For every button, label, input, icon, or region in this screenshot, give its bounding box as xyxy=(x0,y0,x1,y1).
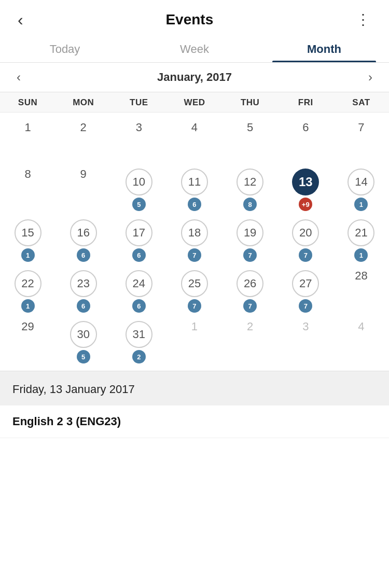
event-badge: 6 xyxy=(77,299,90,313)
calendar-day-13[interactable]: 13+9 xyxy=(278,163,334,214)
event-badge: 6 xyxy=(77,248,90,262)
calendar-day-19[interactable]: 197 xyxy=(223,214,278,265)
event-badge: 7 xyxy=(243,248,257,262)
calendar-day-18[interactable]: 187 xyxy=(166,214,222,265)
calendar-day-4[interactable]: 4 xyxy=(166,117,222,163)
event-badge: 1 xyxy=(354,248,368,262)
more-button[interactable]: ⋮ xyxy=(351,10,377,29)
event-badge: 5 xyxy=(77,350,90,363)
day-header-wed: WED xyxy=(166,97,222,108)
month-nav: ‹ January, 2017 › xyxy=(0,63,389,92)
calendar-day-16[interactable]: 166 xyxy=(55,214,111,265)
calendar-day-3[interactable]: 3 xyxy=(111,117,166,163)
calendar-day-24[interactable]: 246 xyxy=(111,265,166,316)
event-badge: 1 xyxy=(21,299,35,313)
calendar-day-2[interactable]: 2 xyxy=(55,117,111,163)
event-badge: 5 xyxy=(132,198,146,211)
calendar-day-29[interactable]: 29 xyxy=(0,316,55,367)
page-title: Events xyxy=(165,11,213,28)
calendar-day-5[interactable]: 5 xyxy=(223,117,278,163)
calendar-day-34[interactable]: 3 xyxy=(278,316,334,367)
event-badge: 6 xyxy=(188,198,201,211)
tab-today[interactable]: Today xyxy=(0,35,130,62)
calendar-day-32[interactable]: 1 xyxy=(166,316,222,367)
calendar-day-25[interactable]: 257 xyxy=(166,265,222,316)
event-badge: +9 xyxy=(299,198,312,211)
calendar-day-30[interactable]: 305 xyxy=(55,316,111,367)
event-badge: 2 xyxy=(132,350,146,363)
event-item[interactable]: English 2 3 (ENG23) xyxy=(0,405,389,438)
calendar-day-9[interactable]: 9 xyxy=(55,163,111,214)
back-button[interactable]: ‹ xyxy=(12,9,29,30)
app-header: ‹ Events ⋮ xyxy=(0,0,389,35)
calendar-day-12[interactable]: 128 xyxy=(223,163,278,214)
calendar-day-23[interactable]: 236 xyxy=(55,265,111,316)
calendar-day-14[interactable]: 141 xyxy=(334,163,389,214)
calendar-day-1[interactable]: 1 xyxy=(0,117,55,163)
event-badge: 7 xyxy=(299,299,312,313)
event-badge: 7 xyxy=(188,248,201,262)
calendar-day-11[interactable]: 116 xyxy=(166,163,222,214)
calendar-day-22[interactable]: 221 xyxy=(0,265,55,316)
event-badge: 7 xyxy=(243,299,257,313)
day-header-sat: SAT xyxy=(334,97,389,108)
event-badge: 1 xyxy=(354,198,368,211)
day-header-sun: SUN xyxy=(0,97,55,108)
calendar-day-31[interactable]: 312 xyxy=(111,316,166,367)
selected-date-bar: Friday, 13 January 2017 xyxy=(0,371,389,405)
event-badge: 7 xyxy=(299,248,312,262)
calendar-day-21[interactable]: 211 xyxy=(334,214,389,265)
calendar-day-33[interactable]: 2 xyxy=(223,316,278,367)
calendar-day-27[interactable]: 277 xyxy=(278,265,334,316)
day-header-thu: THU xyxy=(223,97,278,108)
next-month-button[interactable]: › xyxy=(362,68,379,87)
day-header-tue: TUE xyxy=(111,97,166,108)
event-badge: 6 xyxy=(132,299,146,313)
tab-month[interactable]: Month xyxy=(259,35,389,62)
event-badge: 7 xyxy=(188,299,201,313)
calendar-day-26[interactable]: 267 xyxy=(223,265,278,316)
event-badge: 8 xyxy=(243,198,257,211)
calendar-day-8[interactable]: 8 xyxy=(0,163,55,214)
event-badge: 6 xyxy=(132,248,146,262)
tab-bar: Today Week Month xyxy=(0,35,389,63)
calendar-day-35[interactable]: 4 xyxy=(334,316,389,367)
day-headers: SUN MON TUE WED THU FRI SAT xyxy=(0,92,389,113)
prev-month-button[interactable]: ‹ xyxy=(10,68,27,87)
calendar-day-7[interactable]: 7 xyxy=(334,117,389,163)
month-title: January, 2017 xyxy=(27,71,362,84)
event-badge: 1 xyxy=(21,248,35,262)
calendar-day-28[interactable]: 28 xyxy=(334,265,389,316)
calendar-day-10[interactable]: 105 xyxy=(111,163,166,214)
calendar-day-20[interactable]: 207 xyxy=(278,214,334,265)
tab-week[interactable]: Week xyxy=(130,35,259,62)
event-title: English 2 3 (ENG23) xyxy=(12,415,377,428)
calendar-day-15[interactable]: 151 xyxy=(0,214,55,265)
selected-date-label: Friday, 13 January 2017 xyxy=(12,383,135,396)
day-header-mon: MON xyxy=(55,97,111,108)
calendar-grid: 12345678910511612813+9141151166176187197… xyxy=(0,113,389,371)
day-header-fri: FRI xyxy=(278,97,334,108)
calendar-day-17[interactable]: 176 xyxy=(111,214,166,265)
calendar-day-6[interactable]: 6 xyxy=(278,117,334,163)
